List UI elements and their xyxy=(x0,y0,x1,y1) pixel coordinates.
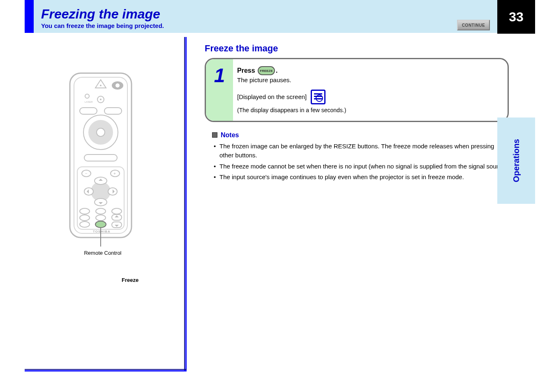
svg-point-8 xyxy=(100,99,102,100)
side-tab-label: Operations xyxy=(512,139,521,182)
svg-text:LASER: LASER xyxy=(85,101,93,103)
overlay-label: [Displayed on the screen] xyxy=(237,92,307,101)
svg-point-4 xyxy=(115,83,120,88)
freeze-button-icon: FREEZE xyxy=(258,66,275,75)
svg-text:−: − xyxy=(85,171,88,176)
section-title-freeze: Freeze the image xyxy=(205,43,509,54)
svg-text:+: + xyxy=(113,171,116,176)
left-border-vertical xyxy=(184,37,187,371)
svg-point-13 xyxy=(97,128,105,136)
note-item: The frozen image can be enlarged by the … xyxy=(214,142,509,160)
left-border-horizontal xyxy=(25,369,187,371)
bullet-square-icon xyxy=(212,132,217,138)
svg-text:TOSHIBA: TOSHIBA xyxy=(93,230,111,233)
note-item: The freeze mode cannot be set when there… xyxy=(214,162,509,171)
note-item: The input source's image continues to pl… xyxy=(214,173,509,182)
svg-point-32 xyxy=(95,221,106,228)
page-number: 33 xyxy=(497,0,535,34)
remote-caption: Remote Control xyxy=(25,250,181,256)
right-column: Freeze the image 1 Press FREEZE. The pic… xyxy=(197,43,509,376)
remote-freeze-label: Freeze xyxy=(122,277,138,283)
step-number: 1 xyxy=(214,64,225,87)
svg-rect-0 xyxy=(70,73,132,238)
page-subtitle: You can freeze the image being projected… xyxy=(41,22,164,29)
step-content: Press FREEZE. The picture pauses. [Displ… xyxy=(235,59,508,121)
step-line-pre: Press xyxy=(237,67,257,74)
instruction-box-freeze: 1 Press FREEZE. The picture pauses. [Dis… xyxy=(205,58,509,122)
step-sub-line: The picture pauses. xyxy=(237,76,500,85)
header-left-strip xyxy=(25,0,34,33)
continue-button[interactable]: CONTINUE xyxy=(457,20,490,30)
freeze-overlay-icon xyxy=(311,90,325,104)
notes-section: Notes The frozen image can be enlarged b… xyxy=(212,130,509,182)
page-title: Freezing the image xyxy=(41,7,160,22)
step-line-post: . xyxy=(276,67,277,74)
side-tab: Operations xyxy=(497,118,535,204)
remote-illustration: LASER − + xyxy=(25,37,181,256)
notes-heading: Notes xyxy=(221,130,239,140)
step-band: 1 xyxy=(206,59,233,121)
svg-point-2 xyxy=(100,85,102,86)
example-note: (The display disappears in a few seconds… xyxy=(237,106,500,114)
